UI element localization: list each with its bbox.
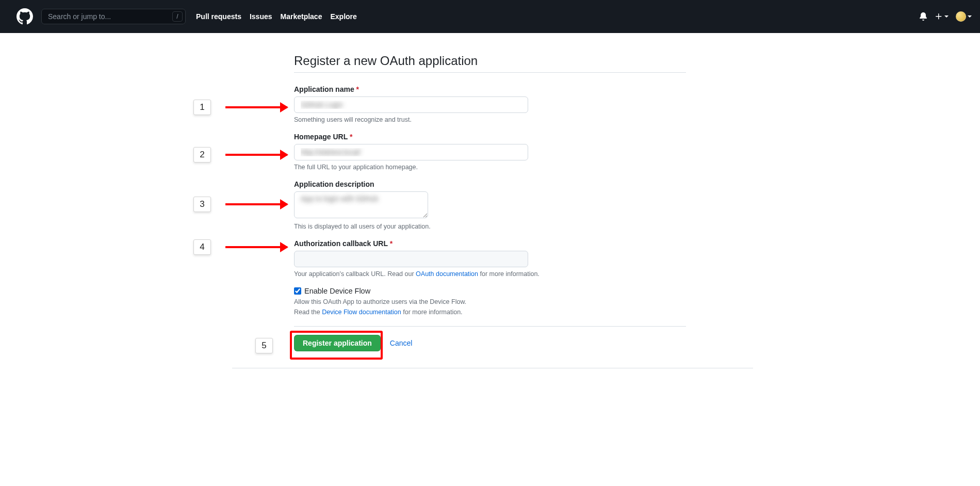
label-text: Authorization callback URL xyxy=(294,239,388,248)
global-header: / Pull requests Issues Marketplace Explo… xyxy=(0,0,980,33)
annotation-arrow-icon xyxy=(225,154,287,156)
oauth-docs-link[interactable]: OAuth documentation xyxy=(416,270,478,278)
page-title: Register a new OAuth application xyxy=(294,54,686,73)
device-flow-label: Enable Device Flow xyxy=(304,287,370,295)
annotation-number: 2 xyxy=(193,147,211,163)
caret-down-icon xyxy=(944,15,949,18)
field-callback-url: 4 Authorization callback URL * Your appl… xyxy=(294,239,686,278)
annotation-arrow-icon xyxy=(225,106,287,108)
footer-divider xyxy=(232,368,753,368)
homepage-url-label: Homepage URL * xyxy=(294,133,686,141)
device-flow-docs-link[interactable]: Device Flow documentation xyxy=(322,309,401,316)
annotation-marker-2: 2 xyxy=(193,147,287,163)
user-menu-dropdown[interactable] xyxy=(956,11,972,22)
note-text: Your application's callback URL. Read ou… xyxy=(294,270,416,278)
note-text: for more information. xyxy=(401,309,463,316)
required-asterisk: * xyxy=(390,239,393,248)
nav-explore[interactable]: Explore xyxy=(330,12,356,21)
nav-issues[interactable]: Issues xyxy=(250,12,272,21)
label-text: Application name xyxy=(294,85,354,93)
application-name-note: Something users will recognize and trust… xyxy=(294,116,686,123)
slash-key-hint: / xyxy=(172,11,183,22)
device-flow-note-1: Allow this OAuth App to authorize users … xyxy=(294,298,686,305)
field-homepage-url: 2 Homepage URL * The full URL to your ap… xyxy=(294,133,686,171)
field-application-name: 1 Application name * Something users wil… xyxy=(294,85,686,123)
mark-github-icon xyxy=(17,8,33,25)
device-flow-checkbox[interactable] xyxy=(294,287,301,295)
note-text: Read the xyxy=(294,309,322,316)
label-text: Homepage URL xyxy=(294,133,348,141)
device-flow-row: Enable Device Flow xyxy=(294,287,686,295)
register-application-button[interactable]: Register application xyxy=(294,335,381,351)
search-input[interactable] xyxy=(41,9,186,24)
divider xyxy=(294,326,686,327)
required-asterisk: * xyxy=(350,133,352,141)
primary-nav: Pull requests Issues Marketplace Explore xyxy=(196,12,357,21)
github-logo[interactable] xyxy=(17,8,33,25)
notifications-button[interactable] xyxy=(919,12,927,21)
global-search: / xyxy=(41,9,186,24)
application-description-input[interactable]: App to login with GitHub xyxy=(294,191,428,218)
form-actions: 5 Register application Cancel xyxy=(294,335,686,351)
caret-down-icon xyxy=(968,15,972,18)
annotation-number: 4 xyxy=(193,239,211,255)
annotation-number: 5 xyxy=(255,338,273,353)
nav-pull-requests[interactable]: Pull requests xyxy=(196,12,241,21)
homepage-url-input[interactable] xyxy=(294,144,528,160)
annotation-arrow-icon xyxy=(225,203,287,205)
field-application-description: 3 Application description App to login w… xyxy=(294,180,686,230)
main-content: Register a new OAuth application 1 Appli… xyxy=(294,54,686,389)
annotation-marker-5: 5 xyxy=(255,338,273,353)
header-right xyxy=(919,11,972,22)
required-asterisk: * xyxy=(356,85,359,93)
annotation-marker-3: 3 xyxy=(193,197,287,212)
callback-url-note: Your application's callback URL. Read ou… xyxy=(294,270,686,278)
homepage-url-note: The full URL to your application homepag… xyxy=(294,164,686,171)
header-left: / Pull requests Issues Marketplace Explo… xyxy=(17,8,357,25)
application-name-label: Application name * xyxy=(294,85,686,93)
application-description-note: This is displayed to all users of your a… xyxy=(294,223,686,230)
device-flow-note-2: Read the Device Flow documentation for m… xyxy=(294,309,686,316)
application-description-label: Application description xyxy=(294,180,686,188)
bell-icon xyxy=(919,12,927,21)
cancel-link[interactable]: Cancel xyxy=(390,339,413,347)
plus-icon xyxy=(935,12,943,21)
label-text: Application description xyxy=(294,180,374,188)
callback-url-input[interactable] xyxy=(294,251,528,267)
nav-marketplace[interactable]: Marketplace xyxy=(281,12,322,21)
annotation-number: 3 xyxy=(193,197,211,212)
annotation-marker-1: 1 xyxy=(193,100,287,115)
avatar xyxy=(956,11,966,22)
note-text: for more information. xyxy=(478,270,540,278)
field-device-flow: Enable Device Flow Allow this OAuth App … xyxy=(294,287,686,316)
annotation-arrow-icon xyxy=(225,246,287,248)
annotation-marker-4: 4 xyxy=(193,239,287,255)
application-name-input[interactable] xyxy=(294,96,528,113)
create-new-dropdown[interactable] xyxy=(935,12,949,21)
annotation-number: 1 xyxy=(193,100,211,115)
callback-url-label: Authorization callback URL * xyxy=(294,239,686,248)
